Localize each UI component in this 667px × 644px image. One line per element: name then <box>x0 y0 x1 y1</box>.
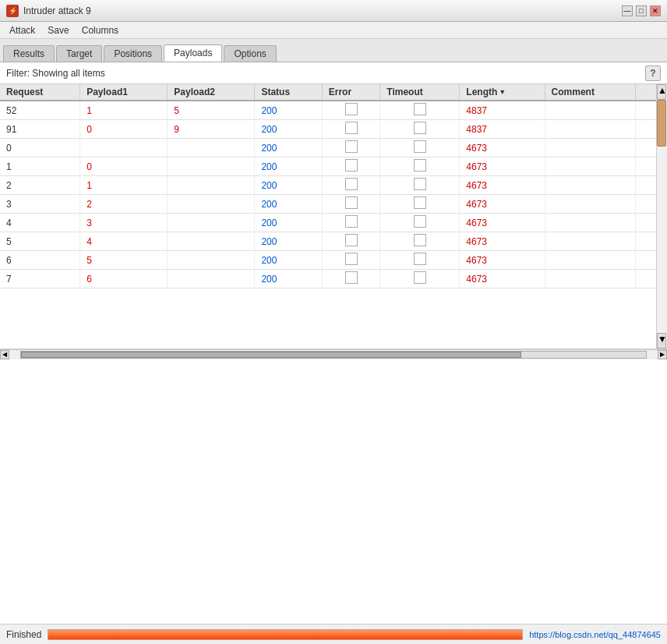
cell-timeout[interactable] <box>380 214 460 232</box>
col-length[interactable]: Length ▼ <box>460 84 545 101</box>
table-row[interactable]: 3 2 200 4673 <box>0 195 667 214</box>
progress-fill <box>48 630 522 639</box>
cell-length: 4673 <box>460 232 545 251</box>
cell-timeout[interactable] <box>380 251 460 270</box>
scroll-right-arrow[interactable]: ▶ <box>658 350 667 359</box>
status-url[interactable]: https://blog.csdn.net/qq_44874645 <box>529 630 661 639</box>
cell-payload2 <box>168 176 255 195</box>
menu-attack[interactable]: Attack <box>3 23 41 37</box>
cell-error[interactable] <box>322 157 380 176</box>
cell-comment <box>545 232 635 251</box>
cell-length: 4673 <box>460 270 545 288</box>
cell-payload2 <box>168 251 255 270</box>
cell-timeout[interactable] <box>380 232 460 251</box>
cell-status: 200 <box>255 214 322 232</box>
cell-status: 200 <box>255 176 322 195</box>
tab-options[interactable]: Options <box>224 45 276 62</box>
menu-save[interactable]: Save <box>41 23 75 37</box>
h-scrollbar-thumb[interactable] <box>21 352 521 358</box>
table-row[interactable]: 0 200 4673 <box>0 139 667 157</box>
help-button[interactable]: ? <box>645 65 661 81</box>
tab-results[interactable]: Results <box>3 45 55 62</box>
tab-target[interactable]: Target <box>56 45 102 62</box>
table-row[interactable]: 1 0 200 4673 <box>0 157 667 176</box>
cell-timeout[interactable] <box>380 139 460 157</box>
cell-timeout[interactable] <box>380 176 460 195</box>
cell-status: 200 <box>255 251 322 270</box>
col-payload1[interactable]: Payload1 <box>80 84 168 101</box>
table-row[interactable]: 91 0 9 200 4837 <box>0 120 667 139</box>
table-row[interactable]: 7 6 200 4673 <box>0 270 667 288</box>
cell-error[interactable] <box>322 270 380 288</box>
cell-comment <box>545 214 635 232</box>
table-row[interactable]: 4 3 200 4673 <box>0 214 667 232</box>
table-row[interactable]: 2 1 200 4673 <box>0 176 667 195</box>
table-row[interactable]: 5 4 200 4673 <box>0 232 667 251</box>
cell-request: 1 <box>0 157 80 176</box>
cell-length: 4673 <box>460 195 545 214</box>
cell-payload1: 4 <box>80 232 168 251</box>
tab-positions[interactable]: Positions <box>104 45 162 62</box>
col-request[interactable]: Request <box>0 84 80 101</box>
results-table-container[interactable]: Request Payload1 Payload2 Status Error T… <box>0 84 667 349</box>
table-row[interactable]: 52 1 5 200 4837 <box>0 101 667 120</box>
close-button[interactable]: ✕ <box>650 5 661 16</box>
tabs-bar: Results Target Positions Payloads Option… <box>0 39 667 62</box>
cell-payload1: 2 <box>80 195 168 214</box>
col-payload2[interactable]: Payload2 <box>168 84 255 101</box>
cell-timeout[interactable] <box>380 120 460 139</box>
cell-error[interactable] <box>322 139 380 157</box>
cell-request: 6 <box>0 251 80 270</box>
cell-error[interactable] <box>322 251 380 270</box>
scrollbar-thumb[interactable] <box>657 100 666 147</box>
cell-comment <box>545 139 635 157</box>
maximize-button[interactable]: □ <box>636 5 647 16</box>
table-row[interactable]: 6 5 200 4673 <box>0 251 667 270</box>
cell-error[interactable] <box>322 214 380 232</box>
window-title: Intruder attack 9 <box>23 5 91 16</box>
cell-status: 200 <box>255 120 322 139</box>
cell-comment <box>545 251 635 270</box>
cell-status: 200 <box>255 232 322 251</box>
cell-length: 4673 <box>460 214 545 232</box>
progress-bar <box>48 629 523 640</box>
cell-error[interactable] <box>322 232 380 251</box>
col-timeout[interactable]: Timeout <box>380 84 460 101</box>
col-error[interactable]: Error <box>322 84 380 101</box>
filter-text: Filter: Showing all items <box>6 68 105 79</box>
window-controls: — □ ✕ <box>622 5 661 16</box>
cell-payload2: 9 <box>168 120 255 139</box>
cell-length: 4673 <box>460 176 545 195</box>
cell-timeout[interactable] <box>380 195 460 214</box>
cell-status: 200 <box>255 139 322 157</box>
cell-payload1: 1 <box>80 101 168 120</box>
cell-error[interactable] <box>322 101 380 120</box>
cell-payload2 <box>168 270 255 288</box>
cell-payload1: 5 <box>80 251 168 270</box>
minimize-button[interactable]: — <box>622 5 633 16</box>
col-comment[interactable]: Comment <box>545 84 635 101</box>
horizontal-scrollbar[interactable] <box>20 351 647 359</box>
scroll-up-arrow[interactable]: ▲ <box>657 84 666 100</box>
scroll-left-arrow[interactable]: ◀ <box>0 350 9 359</box>
cell-timeout[interactable] <box>380 157 460 176</box>
cell-error[interactable] <box>322 120 380 139</box>
cell-error[interactable] <box>322 176 380 195</box>
horizontal-scrollbar-area: ◀ ▶ <box>0 349 667 359</box>
col-status[interactable]: Status <box>255 84 322 101</box>
scroll-down-arrow[interactable]: ▼ <box>657 333 666 349</box>
title-bar: ⚡ Intruder attack 9 — □ ✕ <box>0 0 667 22</box>
cell-status: 200 <box>255 101 322 120</box>
status-bar: Finished https://blog.csdn.net/qq_448746… <box>0 624 667 644</box>
cell-timeout[interactable] <box>380 270 460 288</box>
vertical-scrollbar[interactable]: ▲ ▼ <box>656 84 667 349</box>
cell-timeout[interactable] <box>380 101 460 120</box>
tab-payloads[interactable]: Payloads <box>164 44 222 62</box>
cell-status: 200 <box>255 270 322 288</box>
cell-request: 52 <box>0 101 80 120</box>
cell-error[interactable] <box>322 195 380 214</box>
cell-request: 4 <box>0 214 80 232</box>
menu-columns[interactable]: Columns <box>76 23 125 37</box>
cell-request: 2 <box>0 176 80 195</box>
cell-comment <box>545 176 635 195</box>
